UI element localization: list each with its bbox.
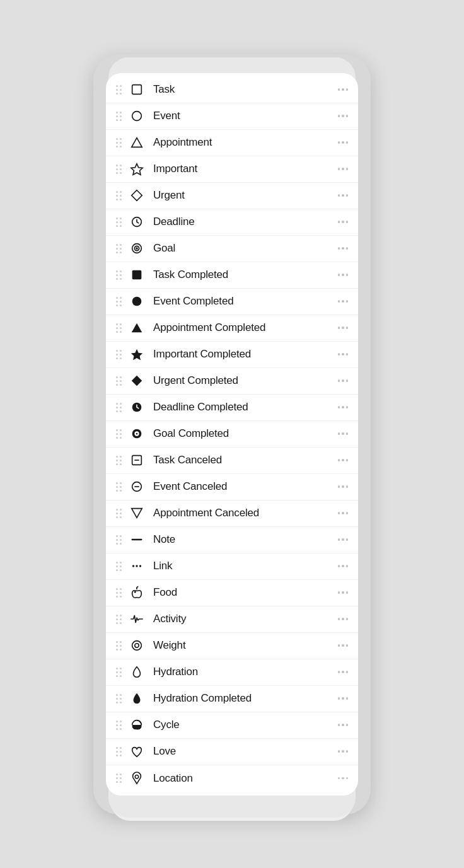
drag-handle[interactable] [116,456,122,465]
list-item-goal[interactable]: Goal [106,236,358,262]
list-item-event-completed[interactable]: Event Completed [106,289,358,315]
list-item-appointment-canceled[interactable]: Appointment Canceled [106,501,358,527]
more-button[interactable] [338,618,349,620]
more-button[interactable] [338,300,349,303]
svg-point-29 [135,644,139,647]
drag-handle[interactable] [116,85,122,95]
drag-handle[interactable] [116,535,122,545]
list-item-deadline-completed[interactable]: Deadline Completed [106,395,358,421]
list-item-goal-completed[interactable]: Goal Completed [106,421,358,448]
list-item-task-canceled[interactable]: Task Canceled [106,448,358,474]
drag-handle[interactable] [116,217,122,227]
list-item-hydration-completed[interactable]: Hydration Completed [106,686,358,712]
list-item-link[interactable]: Link [106,553,358,580]
drag-handle[interactable] [116,350,122,359]
drag-handle[interactable] [116,138,122,148]
more-button[interactable] [338,432,349,435]
svg-point-8 [136,248,137,249]
svg-point-10 [132,297,142,306]
triangle-filled-icon [128,319,146,337]
item-label: Cycle [153,719,338,731]
more-button[interactable] [338,274,349,276]
more-button[interactable] [338,671,349,673]
list-item-appointment[interactable]: Appointment [106,130,358,156]
list-item-note[interactable]: Note [106,527,358,553]
more-button[interactable] [338,512,349,514]
star-outline-icon [128,160,146,178]
more-button[interactable] [338,459,349,461]
drag-handle[interactable] [116,615,122,624]
drag-handle[interactable] [116,191,122,200]
more-button[interactable] [338,538,349,541]
drag-handle[interactable] [116,429,122,439]
more-button[interactable] [338,247,349,250]
more-button[interactable] [338,644,349,647]
more-button[interactable] [338,379,349,382]
drag-handle[interactable] [116,403,122,412]
more-button[interactable] [338,194,349,197]
drag-handle[interactable] [116,641,122,651]
item-label: Appointment Completed [153,321,338,334]
more-button[interactable] [338,168,349,170]
drag-handle[interactable] [116,747,122,756]
pin-icon [128,770,146,787]
more-button[interactable] [338,327,349,329]
list-item-deadline[interactable]: Deadline [106,209,358,236]
more-button[interactable] [338,591,349,594]
more-button[interactable] [338,115,349,117]
drag-handle[interactable] [116,509,122,518]
more-button[interactable] [338,697,349,700]
drag-handle[interactable] [116,323,122,333]
dash-icon [128,531,146,548]
target-filled-icon [128,425,146,443]
list-item-urgent-completed[interactable]: Urgent Completed [106,368,358,395]
drag-handle[interactable] [116,112,122,121]
list-item-task-completed[interactable]: Task Completed [106,262,358,289]
circle-filled-icon [128,292,146,310]
more-button[interactable] [338,406,349,408]
drag-handle[interactable] [116,270,122,280]
item-label: Love [153,745,338,758]
list-item-cycle[interactable]: Cycle [106,712,358,739]
more-button[interactable] [338,221,349,223]
list-item-activity[interactable]: Activity [106,606,358,633]
list-item-task[interactable]: Task [106,77,358,103]
more-button[interactable] [338,353,349,356]
item-label: Appointment Canceled [153,507,338,519]
drag-handle[interactable] [116,482,122,492]
list-item-important-completed[interactable]: Important Completed [106,342,358,368]
list-item-weight[interactable]: Weight [106,633,358,659]
drag-handle[interactable] [116,376,122,386]
drag-handle[interactable] [116,720,122,730]
list-item-urgent[interactable]: Urgent [106,183,358,209]
list-item-event-canceled[interactable]: Event Canceled [106,474,358,501]
more-button[interactable] [338,724,349,726]
item-label: Activity [153,613,338,625]
more-button[interactable] [338,777,349,780]
more-button[interactable] [338,88,349,91]
svg-marker-2 [132,138,142,148]
drag-handle[interactable] [116,165,122,174]
more-button[interactable] [338,141,349,144]
list-item-food[interactable]: Food [106,580,358,606]
list-item-location[interactable]: Location [106,765,358,792]
list-item-hydration[interactable]: Hydration [106,659,358,686]
more-button[interactable] [338,485,349,488]
more-button[interactable] [338,750,349,753]
drag-handle[interactable] [116,562,122,571]
list-item-important[interactable]: Important [106,156,358,183]
list-item-event[interactable]: Event [106,103,358,130]
drag-handle[interactable] [116,588,122,598]
phone-container: Task Event [93,54,371,814]
drag-handle[interactable] [116,773,122,783]
item-label: Event Canceled [153,480,338,493]
list-item-appointment-completed[interactable]: Appointment Completed [106,315,358,342]
drag-handle[interactable] [116,297,122,306]
more-button[interactable] [338,565,349,567]
drag-handle[interactable] [116,668,122,677]
svg-marker-4 [132,190,142,201]
drag-handle[interactable] [116,694,122,703]
drag-handle[interactable] [116,244,122,253]
list-item-love[interactable]: Love [106,739,358,765]
triangle-down-outline-icon [128,504,146,522]
